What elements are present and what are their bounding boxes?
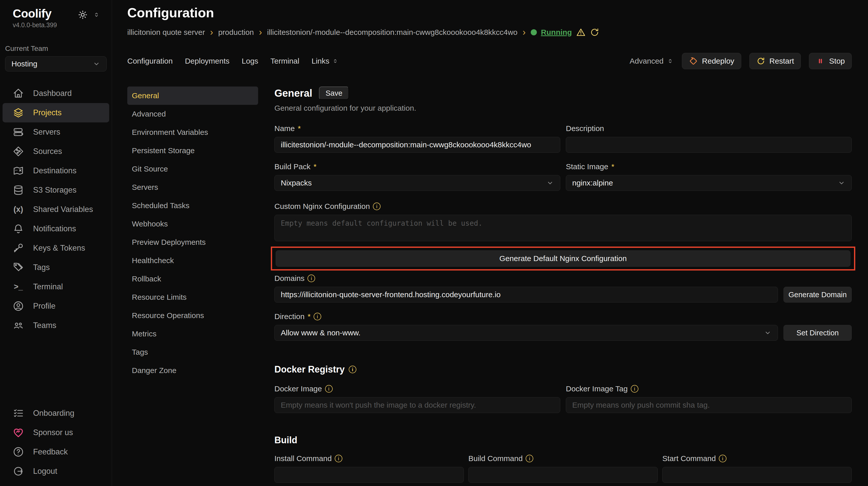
- install-command-input[interactable]: [274, 467, 464, 483]
- docker-image-tag-label: Docker Image Tag: [566, 385, 852, 393]
- name-input[interactable]: [274, 137, 560, 153]
- save-button[interactable]: Save: [319, 87, 349, 100]
- domains-input[interactable]: [274, 287, 778, 302]
- info-icon[interactable]: [325, 385, 333, 393]
- app-logo[interactable]: Coolify: [13, 7, 52, 20]
- static-image-select[interactable]: nginx:alpine: [566, 175, 852, 191]
- sidebar-footer: Onboarding Sponsor us Feedback Logout: [0, 403, 112, 481]
- layers-icon: [13, 107, 24, 118]
- sidebar-item-destinations[interactable]: Destinations: [3, 161, 109, 181]
- info-icon[interactable]: [314, 313, 321, 320]
- section-title-general: General: [274, 88, 312, 99]
- custom-nginx-textarea[interactable]: [274, 215, 852, 241]
- sidebar-item-notifications[interactable]: Notifications: [3, 219, 109, 238]
- sidebar-item-label: Servers: [33, 128, 60, 137]
- sidebar-item-profile[interactable]: Profile: [3, 296, 109, 316]
- build-pack-select[interactable]: Nixpacks: [274, 175, 560, 191]
- theme-toggle-sun-icon[interactable]: [78, 10, 88, 20]
- app-version: v4.0.0-beta.399: [13, 21, 112, 29]
- subnav-item-resource-limits[interactable]: Resource Limits: [127, 288, 258, 306]
- subnav-item-webhooks[interactable]: Webhooks: [127, 215, 258, 233]
- tab-links[interactable]: Links: [312, 57, 339, 65]
- tab-configuration[interactable]: Configuration: [127, 57, 173, 65]
- sidebar-item-terminal[interactable]: >_ Terminal: [3, 277, 109, 296]
- sidebar-item-shared-variables[interactable]: (x) Shared Variables: [3, 200, 109, 219]
- sidebar-collapse-chevrons-icon[interactable]: [93, 11, 100, 18]
- sidebar-item-label: Tags: [33, 263, 50, 272]
- sidebar-item-label: S3 Storages: [33, 186, 76, 195]
- info-icon[interactable]: [526, 455, 533, 462]
- info-icon[interactable]: [373, 202, 380, 210]
- variable-parentheses-icon: (x): [13, 205, 24, 214]
- sidebar-item-sources[interactable]: Sources: [3, 142, 109, 161]
- sidebar-item-servers[interactable]: Servers: [3, 122, 109, 142]
- sidebar-item-logout[interactable]: Logout: [3, 461, 109, 481]
- subnav-item-environment-variables[interactable]: Environment Variables: [127, 123, 258, 141]
- tab-deployments[interactable]: Deployments: [185, 57, 229, 65]
- info-icon[interactable]: [308, 274, 315, 282]
- sidebar-item-sponsor-us[interactable]: Sponsor us: [3, 423, 109, 442]
- subnav-item-persistent-storage[interactable]: Persistent Storage: [127, 141, 258, 160]
- generate-domain-button[interactable]: Generate Domain: [783, 287, 852, 302]
- name-label: Name*: [274, 124, 560, 133]
- sidebar-item-onboarding[interactable]: Onboarding: [3, 403, 109, 423]
- info-icon[interactable]: [719, 455, 726, 462]
- warning-triangle-icon[interactable]: [576, 28, 586, 37]
- subnav-item-git-source[interactable]: Git Source: [127, 160, 258, 178]
- domains-label: Domains: [274, 274, 852, 283]
- status-dot: [531, 29, 537, 35]
- sidebar-item-label: Sources: [33, 147, 62, 156]
- chevron-down-icon: [764, 329, 772, 337]
- tab-logs[interactable]: Logs: [242, 57, 258, 65]
- status-badge[interactable]: Running: [541, 28, 572, 37]
- sidebar-item-s3-storages[interactable]: S3 Storages: [3, 181, 109, 200]
- breadcrumb-environment[interactable]: production: [218, 28, 254, 37]
- sidebar-item-dashboard[interactable]: Dashboard: [3, 84, 109, 103]
- subnav-item-rollback[interactable]: Rollback: [127, 270, 258, 288]
- breadcrumb-project[interactable]: illicitonion quote server: [127, 28, 205, 37]
- sidebar-item-label: Teams: [33, 321, 56, 330]
- subnav-item-advanced[interactable]: Advanced: [127, 105, 258, 123]
- info-icon[interactable]: [335, 455, 342, 462]
- section-subtitle: General configuration for your applicati…: [274, 104, 852, 112]
- subnav-item-scheduled-tasks[interactable]: Scheduled Tasks: [127, 196, 258, 215]
- sidebar-item-label: Profile: [33, 301, 56, 311]
- help-circle-icon: [13, 446, 24, 457]
- subnav-item-healthcheck[interactable]: Healthcheck: [127, 251, 258, 270]
- redeploy-button[interactable]: Redeploy: [682, 53, 741, 69]
- description-input[interactable]: [566, 137, 852, 153]
- subnav-item-resource-operations[interactable]: Resource Operations: [127, 306, 258, 325]
- subnav-item-servers[interactable]: Servers: [127, 178, 258, 196]
- sidebar-item-keys-tokens[interactable]: Keys & Tokens: [3, 238, 109, 258]
- user-circle-icon: [13, 300, 24, 312]
- generate-default-nginx-button[interactable]: Generate Default Nginx Configuration: [276, 250, 850, 267]
- info-icon[interactable]: [631, 385, 639, 393]
- subnav-item-preview-deployments[interactable]: Preview Deployments: [127, 233, 258, 251]
- sidebar-item-projects[interactable]: Projects: [3, 103, 109, 122]
- start-command-input[interactable]: [662, 467, 852, 483]
- checklist-icon: [13, 408, 24, 419]
- chevrons-up-down-icon: [666, 58, 674, 65]
- sidebar-item-feedback[interactable]: Feedback: [3, 442, 109, 461]
- tab-terminal[interactable]: Terminal: [271, 57, 299, 65]
- advanced-dropdown[interactable]: Advanced: [629, 57, 674, 65]
- subnav-item-tags[interactable]: Tags: [127, 343, 258, 361]
- docker-image-input[interactable]: [274, 397, 560, 413]
- restart-button[interactable]: Restart: [749, 53, 801, 69]
- set-direction-button[interactable]: Set Direction: [783, 325, 852, 341]
- direction-select[interactable]: Allow www & non-www.: [274, 325, 778, 341]
- database-icon: [13, 185, 24, 196]
- build-command-input[interactable]: [468, 467, 658, 483]
- sidebar-item-teams[interactable]: Teams: [3, 316, 109, 335]
- info-icon[interactable]: [349, 366, 356, 373]
- refresh-icon[interactable]: [590, 28, 599, 37]
- subnav-item-general[interactable]: General: [127, 87, 258, 105]
- docker-image-label: Docker Image: [274, 385, 560, 393]
- team-select[interactable]: Hosting: [5, 56, 107, 71]
- breadcrumb-resource[interactable]: illicitestonion/-module--decomposition:m…: [267, 28, 518, 37]
- sidebar-item-tags[interactable]: Tags: [3, 258, 109, 277]
- subnav-item-metrics[interactable]: Metrics: [127, 325, 258, 343]
- docker-image-tag-input[interactable]: [566, 397, 852, 413]
- stop-button[interactable]: Stop: [809, 53, 852, 69]
- subnav-item-danger-zone[interactable]: Danger Zone: [127, 361, 258, 380]
